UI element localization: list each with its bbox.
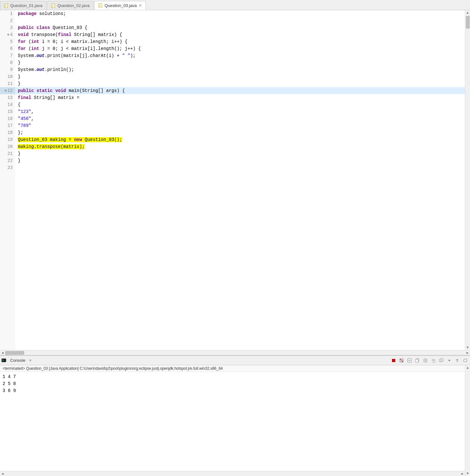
editor-vertical-scrollbar[interactable]: ▲ ▼: [465, 10, 470, 350]
line-code-23: [15, 164, 465, 171]
scrollbar-up-arrow[interactable]: ▲: [465, 10, 470, 15]
console-area: Console ✕: [0, 355, 470, 476]
console-output-line-2: 2 5 8: [3, 380, 462, 387]
console-dropdown-button[interactable]: [446, 357, 453, 364]
svg-text:J: J: [52, 5, 53, 7]
console-main: <terminated> Question_03 [Java Applicati…: [0, 365, 465, 476]
code-line-7: 7 System.out.print(matrix[j].charAt(i) +…: [0, 52, 465, 59]
code-editor[interactable]: 1 package solutions; 2 3 public class Qu…: [0, 10, 465, 350]
line-code-11: }: [15, 80, 465, 87]
console-output[interactable]: 1 4 7 2 5 8 3 6 9: [0, 372, 465, 423]
line-code-4: void transpose(final String[] matrix) {: [15, 31, 465, 38]
java-file-icon-2: J: [51, 4, 56, 8]
code-line-16: 16 "456",: [0, 115, 465, 122]
console-wrap-button[interactable]: [430, 357, 437, 364]
console-icon: [1, 358, 6, 363]
line-code-6: for (int j = 0; j < matrix[i].length(); …: [15, 45, 465, 52]
line-code-1: package solutions;: [15, 10, 465, 17]
console-output-line-3: 3 6 9: [3, 387, 462, 394]
line-code-19: Question_03 making = new Question_03();: [15, 136, 465, 143]
line-code-3: public class Question_03 {: [15, 24, 465, 31]
editor-container: 1 package solutions; 2 3 public class Qu…: [0, 10, 470, 355]
java-file-icon-3: J: [98, 3, 103, 8]
editor-lines: 1 package solutions; 2 3 public class Qu…: [0, 10, 465, 350]
console-tab-label[interactable]: Console: [8, 357, 28, 364]
app-window: J Question_01.java J Question_02.java J: [0, 0, 470, 476]
code-line-12: ⊖ 12 public static void main(String[] ar…: [0, 87, 465, 94]
line-code-17: "789": [15, 122, 465, 129]
line-code-14: {: [15, 101, 465, 108]
console-content: <terminated> Question_03 [Java Applicati…: [0, 365, 470, 476]
svg-rect-16: [416, 359, 418, 362]
tab-bar: J Question_01.java J Question_02.java J: [0, 0, 470, 10]
console-stop-button[interactable]: [390, 357, 397, 364]
console-pin-button[interactable]: [454, 357, 461, 364]
line-code-13: final String[] matrix =: [15, 94, 465, 101]
code-line-17: 17 "789": [0, 122, 465, 129]
line-code-7: System.out.print(matrix[j].charAt(i) + "…: [15, 52, 465, 59]
svg-line-12: [400, 359, 403, 362]
code-line-20: 20 making.transpose(matrix);: [0, 143, 465, 150]
console-scroll-left[interactable]: ◀: [0, 471, 5, 476]
code-line-6: 6 for (int j = 0; j < matrix[i].length()…: [0, 45, 465, 52]
line-code-10: }: [15, 73, 465, 80]
code-line-3: 3 public class Question_03 {: [0, 24, 465, 31]
console-scroll-down[interactable]: ▼: [465, 471, 470, 476]
code-line-15: 15 "123",: [0, 108, 465, 115]
line-code-5: for (int i = 0; i < matrix.length; i++) …: [15, 38, 465, 45]
tab-label: Question_01.java: [10, 3, 42, 8]
tab-label-3: Question_03.java: [104, 3, 137, 8]
console-scroll-right[interactable]: ▶: [460, 471, 465, 476]
line-code-21: }: [15, 150, 465, 157]
code-line-22: 22 }: [0, 157, 465, 164]
console-remove-button[interactable]: [406, 357, 413, 364]
code-line-14: 14 {: [0, 101, 465, 108]
code-line-13: 13 final String[] matrix =: [0, 94, 465, 101]
svg-text:J: J: [99, 4, 100, 7]
svg-rect-22: [441, 359, 443, 361]
console-h-scrollbar[interactable]: ◀ ▶: [0, 471, 465, 476]
console-open-button[interactable]: [462, 357, 469, 364]
console-scroll-lock-button[interactable]: [422, 357, 429, 364]
code-line-10: 10 }: [0, 73, 465, 80]
code-line-5: 5 for (int i = 0; i < matrix.length; i++…: [0, 38, 465, 45]
console-tab-close[interactable]: ✕: [29, 358, 32, 363]
tab-close-button[interactable]: ✕: [139, 4, 142, 8]
scrollbar-thumb-v[interactable]: [466, 16, 470, 29]
code-line-1: 1 package solutions;: [0, 10, 465, 17]
code-line-21: 21 }: [0, 150, 465, 157]
console-tab-bar: Console ✕: [0, 356, 470, 365]
console-title: Console: [10, 358, 25, 363]
line-code-16: "456",: [15, 115, 465, 122]
console-new-button[interactable]: [438, 357, 445, 364]
line-code-18: };: [15, 129, 465, 136]
console-disconnect-button[interactable]: [398, 357, 405, 364]
tab-question01[interactable]: J Question_01.java: [0, 1, 46, 10]
fold-icon-12[interactable]: ⊖: [5, 87, 7, 94]
line-code-2: [15, 17, 465, 24]
line-code-22: }: [15, 157, 465, 164]
svg-marker-23: [448, 360, 451, 361]
svg-rect-10: [392, 359, 395, 362]
console-scroll-up[interactable]: ▲: [465, 365, 470, 370]
console-v-scrollbar[interactable]: ▲ ▼: [465, 365, 470, 476]
code-line-9: 9 System.out.println();: [0, 66, 465, 73]
console-output-line-1: 1 4 7: [3, 373, 462, 380]
scrollbar-down-arrow[interactable]: ▼: [465, 345, 470, 350]
line-code-20: making.transpose(matrix);: [15, 143, 465, 150]
fold-icon-4[interactable]: ⊖: [7, 31, 10, 38]
scrollbar-thumb-h[interactable]: [5, 351, 24, 355]
line-code-9: System.out.println();: [15, 66, 465, 73]
scrollbar-right-arrow[interactable]: ▶: [465, 350, 470, 355]
terminated-text: <terminated> Question_03 [Java Applicati…: [3, 366, 223, 371]
scrollbar-left-arrow[interactable]: ◀: [0, 350, 5, 355]
code-line-4: ⊖ 4 void transpose(final String[] matrix…: [0, 31, 465, 38]
editor-horizontal-scrollbar[interactable]: ◀ ▶: [0, 350, 470, 355]
tab-label-2: Question_02.java: [57, 3, 89, 8]
line-code-15: "123",: [15, 108, 465, 115]
tab-question02[interactable]: J Question_02.java: [47, 1, 94, 10]
tab-question03[interactable]: J Question_03.java ✕: [94, 1, 146, 10]
console-copy-button[interactable]: [414, 357, 421, 364]
code-line-18: 18 };: [0, 129, 465, 136]
code-line-11: 11 }: [0, 80, 465, 87]
